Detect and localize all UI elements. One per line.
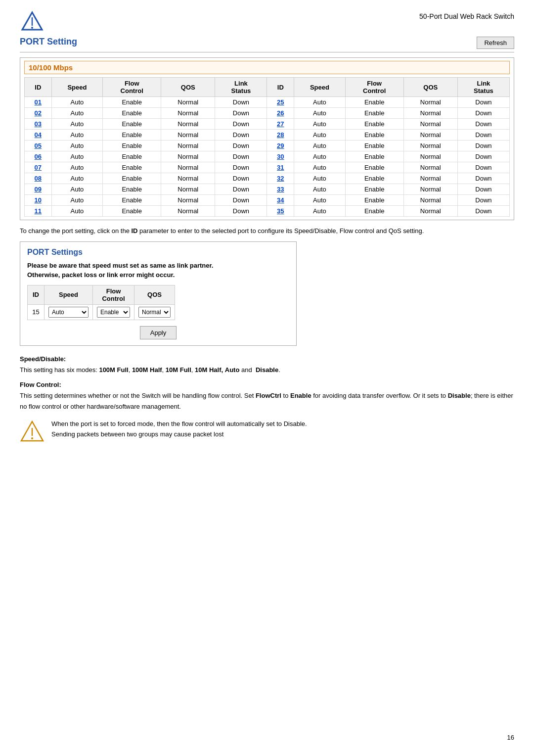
warning-text: Please be aware that speed must set as s…: [27, 261, 289, 280]
port-speed-right: Auto: [294, 108, 346, 119]
port-speed-left: Auto: [51, 162, 103, 173]
port-flow-left: Enable: [103, 195, 161, 206]
col-link-left: LinkStatus: [215, 78, 267, 97]
table-row: 03 Auto Enable Normal Down 27 Auto Enabl…: [25, 119, 510, 130]
port-id-right[interactable]: 34: [267, 195, 294, 206]
flow-control-text: This setting determines whether or not t…: [20, 390, 514, 412]
port-qos-right: Normal: [403, 141, 457, 151]
refresh-button[interactable]: Refresh: [477, 37, 514, 49]
port-id-right[interactable]: 25: [267, 97, 294, 108]
port-link-left: Down: [215, 151, 267, 162]
port-link-left: Down: [215, 206, 267, 217]
port-link-left: Down: [215, 119, 267, 130]
flow-select[interactable]: EnableDisable: [97, 307, 130, 318]
device-title: 50-Port Dual Web Rack Switch: [419, 10, 514, 20]
port-qos-right: Normal: [403, 108, 457, 119]
qos-select[interactable]: NormalHigh: [138, 307, 171, 318]
col-id-left: ID: [25, 78, 52, 97]
port-id-left[interactable]: 04: [25, 130, 52, 141]
caution-icon: [20, 419, 44, 444]
table-row: 02 Auto Enable Normal Down 26 Auto Enabl…: [25, 108, 510, 119]
port-id-left[interactable]: 06: [25, 151, 52, 162]
form-col-qos: QOS: [134, 285, 175, 304]
page-number: 16: [507, 734, 514, 741]
description-section: Speed/Disable: This setting has six mode…: [20, 354, 514, 444]
col-flow-left: FlowControl: [103, 78, 161, 97]
port-flow-left: Enable: [103, 141, 161, 151]
table-row: 10 Auto Enable Normal Down 34 Auto Enabl…: [25, 195, 510, 206]
port-id-left[interactable]: 10: [25, 195, 52, 206]
form-port-id: 15: [28, 304, 44, 320]
port-flow-right: Enable: [345, 195, 403, 206]
port-speed-right: Auto: [294, 141, 346, 151]
table-row: 08 Auto Enable Normal Down 32 Auto Enabl…: [25, 173, 510, 184]
speed-select[interactable]: Auto100M Full100M Half10M Full10M HalfDi…: [48, 307, 89, 318]
port-id-right[interactable]: 33: [267, 184, 294, 195]
col-qos-left: QOS: [161, 78, 215, 97]
port-id-left[interactable]: 03: [25, 119, 52, 130]
port-flow-right: Enable: [345, 108, 403, 119]
port-speed-left: Auto: [51, 97, 103, 108]
port-link-right: Down: [457, 162, 509, 173]
port-id-right[interactable]: 27: [267, 119, 294, 130]
form-flow-cell: EnableDisable: [93, 304, 134, 320]
port-flow-right: Enable: [345, 97, 403, 108]
port-link-right: Down: [457, 151, 509, 162]
warning-content: When the port is set to forced mode, the…: [51, 419, 307, 440]
port-flow-left: Enable: [103, 119, 161, 130]
flow-control-heading: Flow Control:: [20, 379, 514, 390]
port-qos-left: Normal: [161, 195, 215, 206]
table-row: 07 Auto Enable Normal Down 31 Auto Enabl…: [25, 162, 510, 173]
port-link-left: Down: [215, 173, 267, 184]
port-speed-left: Auto: [51, 195, 103, 206]
port-flow-right: Enable: [345, 184, 403, 195]
port-speed-right: Auto: [294, 130, 346, 141]
port-id-left[interactable]: 09: [25, 184, 52, 195]
port-id-left[interactable]: 05: [25, 141, 52, 151]
port-flow-right: Enable: [345, 119, 403, 130]
port-id-right[interactable]: 29: [267, 141, 294, 151]
port-id-right[interactable]: 30: [267, 151, 294, 162]
port-link-right: Down: [457, 97, 509, 108]
port-id-right[interactable]: 32: [267, 173, 294, 184]
port-link-left: Down: [215, 162, 267, 173]
port-qos-right: Normal: [403, 173, 457, 184]
port-flow-left: Enable: [103, 108, 161, 119]
port-flow-right: Enable: [345, 141, 403, 151]
port-speed-left: Auto: [51, 206, 103, 217]
port-id-left[interactable]: 08: [25, 173, 52, 184]
port-id-right[interactable]: 28: [267, 130, 294, 141]
port-speed-right: Auto: [294, 162, 346, 173]
port-link-right: Down: [457, 119, 509, 130]
port-qos-right: Normal: [403, 206, 457, 217]
port-flow-left: Enable: [103, 184, 161, 195]
port-id-right[interactable]: 35: [267, 206, 294, 217]
port-qos-left: Normal: [161, 130, 215, 141]
port-id-left[interactable]: 01: [25, 97, 52, 108]
col-id-right: ID: [267, 78, 294, 97]
port-link-left: Down: [215, 108, 267, 119]
port-speed-left: Auto: [51, 119, 103, 130]
port-qos-left: Normal: [161, 184, 215, 195]
port-speed-right: Auto: [294, 151, 346, 162]
port-speed-left: Auto: [51, 173, 103, 184]
port-speed-left: Auto: [51, 141, 103, 151]
port-id-left[interactable]: 02: [25, 108, 52, 119]
table-row: 04 Auto Enable Normal Down 28 Auto Enabl…: [25, 130, 510, 141]
port-link-right: Down: [457, 141, 509, 151]
port-id-right[interactable]: 31: [267, 162, 294, 173]
port-id-left[interactable]: 07: [25, 162, 52, 173]
form-row: 15 Auto100M Full100M Half10M Full10M Hal…: [28, 304, 175, 320]
form-col-speed: Speed: [44, 285, 93, 304]
speed-disable-heading: Speed/Disable:: [20, 354, 514, 365]
port-id-left[interactable]: 11: [25, 206, 52, 217]
apply-button[interactable]: Apply: [140, 326, 177, 339]
port-id-right[interactable]: 26: [267, 108, 294, 119]
form-speed-cell: Auto100M Full100M Half10M Full10M HalfDi…: [44, 304, 93, 320]
form-col-id: ID: [28, 285, 44, 304]
table-row: 01 Auto Enable Normal Down 25 Auto Enabl…: [25, 97, 510, 108]
col-speed-right: Speed: [294, 78, 346, 97]
speed-disable-text: This setting has six modes: 100M Full, 1…: [20, 365, 514, 376]
port-flow-left: Enable: [103, 151, 161, 162]
port-qos-right: Normal: [403, 97, 457, 108]
